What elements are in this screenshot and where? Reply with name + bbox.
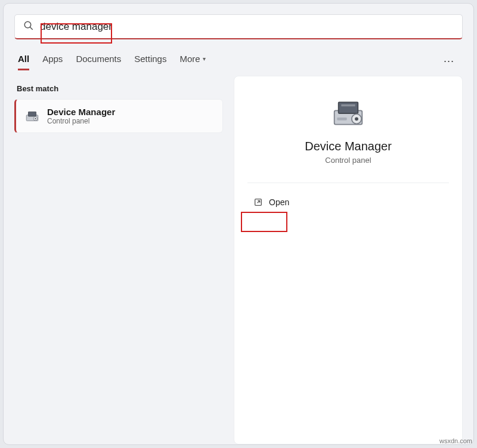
tab-apps[interactable]: Apps: [42, 54, 63, 69]
device-manager-icon: [24, 109, 40, 124]
svg-point-0: [24, 21, 31, 28]
svg-rect-11: [337, 118, 346, 121]
detail-title: Device Manager: [305, 140, 392, 153]
device-manager-large-icon: [330, 97, 366, 130]
more-options-button[interactable]: ···: [439, 52, 459, 70]
svg-point-5: [35, 118, 36, 119]
svg-rect-7: [339, 102, 358, 113]
search-bar[interactable]: [14, 14, 463, 39]
tab-documents[interactable]: Documents: [76, 54, 121, 69]
search-icon: [23, 20, 34, 33]
divider: [247, 183, 449, 183]
watermark: wsxdn.com: [439, 437, 472, 444]
svg-rect-8: [341, 104, 355, 107]
detail-actions: Open: [247, 194, 449, 211]
tab-more-label: More: [179, 54, 200, 64]
tab-more[interactable]: More ▾: [179, 54, 205, 69]
search-input[interactable]: [40, 21, 454, 33]
result-title: Device Manager: [47, 107, 115, 117]
svg-line-1: [30, 27, 33, 30]
section-label-best-match: Best match: [14, 84, 223, 93]
open-button[interactable]: Open: [247, 194, 295, 211]
result-text: Device Manager Control panel: [47, 107, 115, 125]
results-list: Best match Device Manager Control panel: [14, 75, 223, 444]
result-item-device-manager[interactable]: Device Manager Control panel: [14, 99, 223, 133]
filter-tabs: All Apps Documents Settings More ▾ ···: [14, 52, 463, 70]
result-subtitle: Control panel: [47, 117, 115, 125]
svg-point-10: [355, 117, 358, 121]
open-external-icon: [253, 197, 263, 207]
detail-subtitle: Control panel: [325, 156, 371, 165]
tab-settings[interactable]: Settings: [134, 54, 166, 69]
svg-rect-3: [29, 112, 36, 116]
start-search-window: All Apps Documents Settings More ▾ ··· B…: [3, 3, 474, 445]
tab-all[interactable]: All: [18, 54, 29, 70]
chevron-down-icon: ▾: [203, 55, 206, 62]
detail-panel: Device Manager Control panel Open: [234, 76, 463, 444]
open-label: Open: [269, 197, 289, 207]
results-area: Best match Device Manager Control panel: [14, 75, 463, 444]
